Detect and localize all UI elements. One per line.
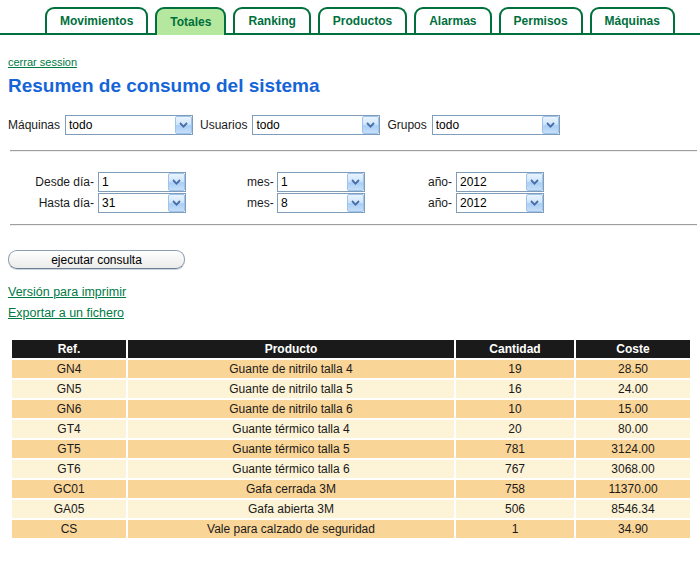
desde-mes-select[interactable]: 1 — [277, 172, 365, 192]
table-row: GT5Guante térmico talla 57813124.00 — [12, 440, 690, 458]
hasta-dia-label: Hasta día- — [8, 196, 98, 210]
table-row: GN5Guante de nitrilo talla 51624.00 — [12, 380, 690, 398]
usuarios-label: Usuarios — [200, 118, 247, 132]
table-cell: 3124.00 — [576, 440, 690, 458]
table-cell: 11370.00 — [576, 480, 690, 498]
table-cell: Vale para calzado de seguridad — [128, 520, 454, 538]
table-cell: 20 — [456, 420, 574, 438]
tab-totales[interactable]: Totales — [155, 7, 226, 35]
table-row: GN4Guante de nitrilo talla 41928.50 — [12, 360, 690, 378]
table-cell: 16 — [456, 380, 574, 398]
filters-row: Máquinas todo Usuarios todo Grupos todo — [8, 115, 700, 135]
table-cell: 10 — [456, 400, 574, 418]
desde-mes-label: mes- — [247, 175, 277, 189]
table-cell: GT4 — [12, 420, 126, 438]
table-cell: GT6 — [12, 460, 126, 478]
tab-productos[interactable]: Productos — [318, 7, 407, 33]
table-cell: Gafa abierta 3M — [128, 500, 454, 518]
usuarios-combo: todo — [252, 115, 380, 135]
usuarios-select[interactable]: todo — [252, 115, 380, 135]
logout-link[interactable]: cerrar session — [8, 56, 77, 68]
table-header-row: Ref.ProductoCantidadCoste — [12, 340, 690, 358]
divider — [10, 150, 697, 152]
table-row: CSVale para calzado de seguridad134.90 — [12, 520, 690, 538]
table-cell: Guante térmico talla 4 — [128, 420, 454, 438]
table-cell: 24.00 — [576, 380, 690, 398]
hasta-mes-combo: 8 — [277, 193, 365, 213]
column-header: Producto — [128, 340, 454, 358]
desde-ano-combo: 2012 — [456, 172, 544, 192]
date-row-hasta: Hasta día- 31 mes- 8 año- 2012 — [8, 193, 700, 213]
table-cell: Guante térmico talla 6 — [128, 460, 454, 478]
table-body: GN4Guante de nitrilo talla 41928.50GN5Gu… — [12, 360, 690, 538]
table-cell: 767 — [456, 460, 574, 478]
execute-query-button[interactable]: ejecutar consulta — [8, 250, 185, 269]
table-cell: 15.00 — [576, 400, 690, 418]
desde-dia-select[interactable]: 1 — [98, 172, 186, 192]
table-cell: GC01 — [12, 480, 126, 498]
desde-mes-combo: 1 — [277, 172, 365, 192]
hasta-mes-label: mes- — [247, 196, 277, 210]
print-version-link[interactable]: Versión para imprimir — [8, 285, 126, 299]
table-cell: Guante térmico talla 5 — [128, 440, 454, 458]
desde-dia-label: Desde día- — [8, 175, 98, 189]
tab-bar: MovimientosTotalesRankingProductosAlarma… — [0, 0, 700, 35]
hasta-mes-select[interactable]: 8 — [277, 193, 365, 213]
table-cell: GN6 — [12, 400, 126, 418]
maquinas-select[interactable]: todo — [65, 115, 193, 135]
table-cell: 19 — [456, 360, 574, 378]
table-cell: GA05 — [12, 500, 126, 518]
column-header: Coste — [576, 340, 690, 358]
table-cell: 781 — [456, 440, 574, 458]
column-header: Ref. — [12, 340, 126, 358]
table-cell: GN5 — [12, 380, 126, 398]
table-cell: GN4 — [12, 360, 126, 378]
main-content: cerrar session Resumen de consumo del si… — [0, 35, 700, 580]
hasta-dia-select[interactable]: 31 — [98, 193, 186, 213]
table-cell: Guante de nitrilo talla 5 — [128, 380, 454, 398]
table-cell: Gafa cerrada 3M — [128, 480, 454, 498]
tab-movimientos[interactable]: Movimientos — [45, 7, 148, 33]
desde-dia-combo: 1 — [98, 172, 186, 192]
grupos-select[interactable]: todo — [432, 115, 560, 135]
maquinas-combo: todo — [65, 115, 193, 135]
table-cell: CS — [12, 520, 126, 538]
table-row: GC01Gafa cerrada 3M75811370.00 — [12, 480, 690, 498]
table-cell: 1 — [456, 520, 574, 538]
grupos-label: Grupos — [387, 118, 426, 132]
table-row: GN6Guante de nitrilo talla 61015.00 — [12, 400, 690, 418]
divider — [10, 224, 697, 226]
desde-ano-label: año- — [425, 175, 456, 189]
table-cell: 80.00 — [576, 420, 690, 438]
tab-alarmas[interactable]: Alarmas — [414, 7, 491, 33]
grupos-combo: todo — [432, 115, 560, 135]
results-table: Ref.ProductoCantidadCoste GN4Guante de n… — [10, 338, 692, 540]
table-cell: 3068.00 — [576, 460, 690, 478]
tab-ranking[interactable]: Ranking — [233, 7, 310, 33]
hasta-ano-select[interactable]: 2012 — [456, 193, 544, 213]
desde-ano-select[interactable]: 2012 — [456, 172, 544, 192]
maquinas-label: Máquinas — [8, 118, 60, 132]
table-cell: Guante de nitrilo talla 4 — [128, 360, 454, 378]
column-header: Cantidad — [456, 340, 574, 358]
hasta-ano-combo: 2012 — [456, 193, 544, 213]
date-row-desde: Desde día- 1 mes- 1 año- 2012 — [8, 172, 700, 192]
table-cell: GT5 — [12, 440, 126, 458]
table-cell: Guante de nitrilo talla 6 — [128, 400, 454, 418]
table-cell: 28.50 — [576, 360, 690, 378]
table-cell: 34.90 — [576, 520, 690, 538]
page-title: Resumen de consumo del sistema — [8, 75, 700, 97]
table-row: GT4Guante térmico talla 42080.00 — [12, 420, 690, 438]
date-range-section: Desde día- 1 mes- 1 año- 2012 Hasta día-… — [8, 172, 700, 213]
table-cell: 506 — [456, 500, 574, 518]
hasta-dia-combo: 31 — [98, 193, 186, 213]
hasta-ano-label: año- — [425, 196, 456, 210]
table-row: GT6Guante térmico talla 67673068.00 — [12, 460, 690, 478]
tab-maquinas[interactable]: Máquinas — [590, 7, 675, 33]
export-file-link[interactable]: Exportar a un fichero — [8, 306, 124, 320]
tab-permisos[interactable]: Permisos — [499, 7, 583, 33]
table-cell: 758 — [456, 480, 574, 498]
table-cell: 8546.34 — [576, 500, 690, 518]
table-row: GA05Gafa abierta 3M5068546.34 — [12, 500, 690, 518]
